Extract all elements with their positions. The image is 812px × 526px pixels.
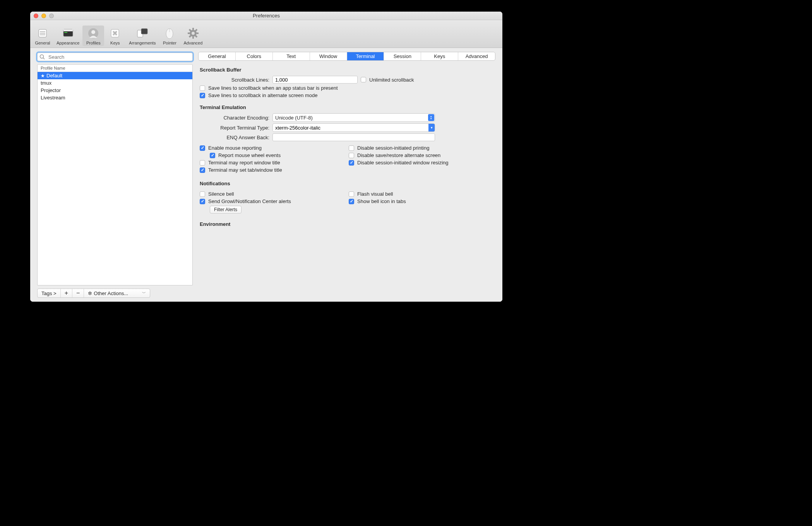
svg-line-26 <box>43 58 45 60</box>
tab-general[interactable]: General <box>199 52 236 60</box>
mouse-icon <box>163 27 176 39</box>
toolbar-item-keys[interactable]: ⌘ Keys <box>104 26 126 46</box>
report-wheel-checkbox[interactable] <box>210 153 215 158</box>
scrollback-lines-label: Scrollback Lines: <box>200 77 269 83</box>
profile-tabs: General Colors Text Window Terminal Sess… <box>198 52 495 61</box>
report-title-checkbox[interactable] <box>200 160 205 166</box>
profile-silhouette-icon <box>87 27 99 39</box>
preferences-window: Preferences General Appearance Profiles … <box>30 12 502 302</box>
svg-point-25 <box>40 55 44 58</box>
enable-mouse-label: Enable mouse reporting <box>208 145 262 151</box>
tab-keys[interactable]: Keys <box>421 52 458 60</box>
show-bell-icon-checkbox[interactable] <box>349 199 354 204</box>
section-title-emulation: Terminal Emulation <box>200 104 494 110</box>
profile-row-projector[interactable]: Projector <box>38 87 192 94</box>
tab-text[interactable]: Text <box>273 52 310 60</box>
save-altscreen-label: Save lines to scrollback in alternate sc… <box>208 92 318 98</box>
toolbar: General Appearance Profiles ⌘ Keys Arran… <box>30 20 502 48</box>
toolbar-item-appearance[interactable]: Appearance <box>53 26 82 46</box>
flash-bell-label: Flash visual bell <box>357 191 393 197</box>
tab-colors[interactable]: Colors <box>236 52 273 60</box>
add-profile-button[interactable]: + <box>61 289 72 297</box>
svg-line-22 <box>195 36 197 37</box>
save-altscreen-checkbox[interactable] <box>200 93 205 98</box>
enable-mouse-checkbox[interactable] <box>200 145 205 151</box>
profile-row-label: Livestream <box>41 95 65 101</box>
svg-line-21 <box>189 29 191 31</box>
svg-line-23 <box>195 29 197 31</box>
toolbar-item-advanced[interactable]: Advanced <box>180 26 206 46</box>
split-windows-icon <box>136 27 149 39</box>
profile-row-label: tmux <box>41 80 51 86</box>
save-statusbar-checkbox[interactable] <box>200 85 205 91</box>
toolbar-item-pointer[interactable]: Pointer <box>159 26 180 46</box>
search-icon <box>39 54 45 60</box>
section-title-environment: Environment <box>200 221 494 227</box>
svg-rect-5 <box>63 29 73 31</box>
tab-session[interactable]: Session <box>384 52 421 60</box>
scrollback-lines-input[interactable] <box>272 76 358 84</box>
toolbar-label: Advanced <box>183 41 202 45</box>
toolbar-item-profiles[interactable]: Profiles <box>82 26 104 46</box>
disable-print-label: Disable session-initiated printing <box>357 145 429 151</box>
remove-profile-button[interactable]: − <box>72 289 84 297</box>
enq-input[interactable] <box>272 133 435 141</box>
svg-line-24 <box>189 36 191 37</box>
chevron-down-icon: ▾ <box>428 124 435 132</box>
other-actions-button[interactable]: ✲ Other Actions... ﹀ <box>84 289 150 297</box>
send-growl-label: Send Growl/Notification Center alerts <box>208 198 291 204</box>
report-type-combobox[interactable]: ▾ <box>272 123 435 132</box>
profile-row-livestream[interactable]: Livestream <box>38 94 192 101</box>
tab-terminal[interactable]: Terminal <box>347 52 384 60</box>
encoding-label: Character Encoding: <box>200 115 269 121</box>
window-title: Preferences <box>253 13 280 19</box>
toolbar-label: Keys <box>110 41 120 45</box>
set-title-checkbox[interactable] <box>200 167 205 173</box>
report-title-label: Terminal may report window title <box>208 160 280 166</box>
list-header: Profile Name <box>38 65 192 72</box>
gear-icon <box>187 27 199 39</box>
toolbar-label: Arrangements <box>129 41 156 45</box>
close-window-button[interactable] <box>34 14 38 18</box>
silence-bell-checkbox[interactable] <box>200 191 205 197</box>
toolbar-label: Appearance <box>57 41 79 45</box>
svg-rect-3 <box>40 34 45 35</box>
disable-resize-label: Disable session-initiated window resizin… <box>357 160 449 166</box>
section-title-scrollback: Scrollback Buffer <box>200 67 494 73</box>
disable-altrs-checkbox[interactable] <box>349 153 354 158</box>
send-growl-checkbox[interactable] <box>200 199 205 204</box>
profile-list: Profile Name ★ Default tmux Projector Li… <box>37 64 193 285</box>
svg-point-8 <box>91 30 95 34</box>
tab-advanced[interactable]: Advanced <box>458 52 495 60</box>
unlimited-scrollback-checkbox[interactable] <box>361 77 366 82</box>
svg-rect-12 <box>141 29 147 34</box>
save-statusbar-label: Save lines to scrollback when an app sta… <box>208 85 338 91</box>
filter-alerts-button[interactable]: Filter Alerts <box>210 206 242 213</box>
profiles-sidebar: Profile Name ★ Default tmux Projector Li… <box>30 48 197 302</box>
flash-bell-checkbox[interactable] <box>349 191 354 197</box>
report-type-label: Report Terminal Type: <box>200 125 269 131</box>
other-actions-label: Other Actions... <box>94 290 128 296</box>
tags-button[interactable]: Tags > <box>38 289 61 297</box>
svg-point-16 <box>192 32 195 35</box>
toolbar-label: General <box>35 41 50 45</box>
search-input[interactable] <box>37 53 193 61</box>
profile-row-label: Default <box>46 73 62 79</box>
show-bell-icon-label: Show bell icon in tabs <box>357 198 406 204</box>
profile-footer-toolbar: Tags > + − ✲ Other Actions... ﹀ <box>37 289 150 298</box>
disable-resize-checkbox[interactable] <box>349 160 354 166</box>
profile-detail: General Colors Text Window Terminal Sess… <box>197 48 502 302</box>
toolbar-item-arrangements[interactable]: Arrangements <box>126 26 159 46</box>
toolbar-label: Pointer <box>163 41 176 45</box>
encoding-select[interactable]: Unicode (UTF-8) <box>272 113 435 122</box>
encoding-value: Unicode (UTF-8) <box>275 115 313 121</box>
profile-row-default[interactable]: ★ Default <box>38 72 192 79</box>
report-type-value[interactable] <box>273 125 428 131</box>
toolbar-item-general[interactable]: General <box>32 26 53 46</box>
profile-row-tmux[interactable]: tmux <box>38 79 192 87</box>
minimize-window-button[interactable] <box>41 14 46 18</box>
tab-window[interactable]: Window <box>310 52 347 60</box>
command-key-icon: ⌘ <box>109 27 121 39</box>
disable-print-checkbox[interactable] <box>349 145 354 151</box>
zoom-window-button[interactable] <box>49 14 54 18</box>
